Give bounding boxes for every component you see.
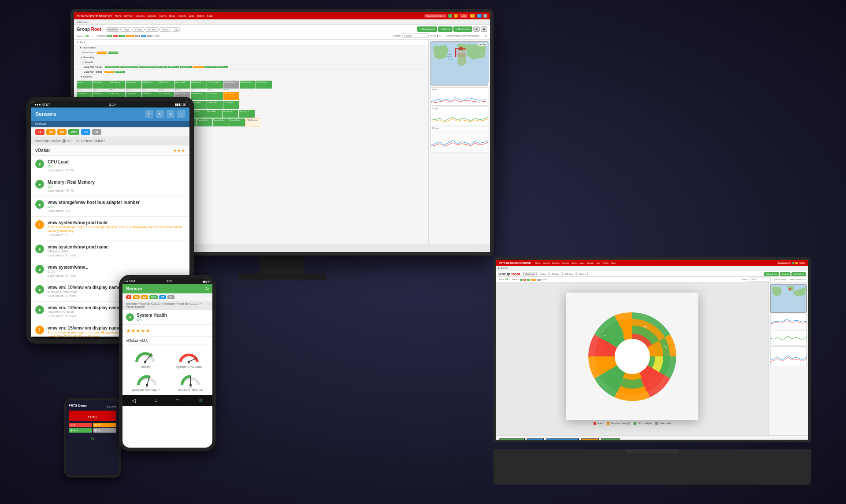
sc-memory[interactable]: Memory [77,81,93,89]
phone-refresh-icon[interactable]: ↻ [205,286,209,291]
laptop-search[interactable]: Search: [742,278,771,282]
l-nav-setup[interactable]: Setup [611,262,616,264]
ltab-overview[interactable]: Overview [523,272,537,276]
l-add-sensor-btn[interactable]: + Add Sensor [601,438,620,440]
nav-home[interactable]: Home [115,15,122,17]
tablet-search-icon[interactable]: 🔍 [145,110,153,118]
sc-r2-10[interactable]: STP Losers1... [223,92,239,100]
tablet-refresh-icon[interactable]: ↻ [156,110,164,118]
l-add-group-btn[interactable]: + Add Group [527,438,544,440]
management-button[interactable]: ✔ Management [417,26,437,32]
search-section[interactable]: Search: ○○○●○ [393,33,441,38]
search-input[interactable] [402,33,429,38]
ltab-alarms[interactable]: Alarms [576,272,588,276]
icon-btn-2[interactable]: ▦ [481,26,487,32]
tree-probe-device[interactable]: Probe Device 2 Sensors 5 Sensors [74,50,428,55]
sc-icmp6[interactable]: ICMP Emis1... [191,81,207,89]
tree-switches[interactable]: ▼ Switches [74,74,428,79]
tree-firewalls[interactable]: ▼ Firewalls [74,60,428,65]
l-nav-maps[interactable]: Maps [579,262,584,264]
nav-maps[interactable]: Maps [169,15,175,17]
tab-30days[interactable]: 30 days [132,27,145,32]
ltab-365days[interactable]: 365 days [562,272,575,276]
sc-r4-9[interactable]: DDI: Etherl... [223,110,238,118]
nav-setup[interactable]: Setup [207,15,213,17]
list-item-cpu[interactable]: ● CPU Load OK Last value: 12 % [31,156,189,176]
sc-r5-7[interactable]: Physical Disk... [213,119,229,126]
p-nav-menu[interactable]: □ [176,397,179,404]
l-notifications-btn[interactable]: Notifications [791,272,806,276]
l-add-discovery-btn[interactable]: + Add Auto-Discovery Group [546,438,579,440]
tree-local-probe[interactable]: ▼ □ Local probe [74,45,428,50]
sc-r5-6[interactable]: Physical Disk... [197,119,212,126]
l-nav-devices[interactable]: Devices [543,262,550,264]
p-nav-home[interactable]: ○ [154,397,157,404]
nav-devices[interactable]: Devices [124,15,133,17]
sc-r2-9[interactable]: UDP Detagm... [207,92,223,100]
sc-icmp2[interactable]: ICMP Messa... [126,81,141,89]
settings-button[interactable]: ✔ Settings [438,26,453,32]
nav-logs[interactable]: Logs [189,15,194,17]
l-nav-home[interactable]: Home [535,262,541,264]
list-item-storage[interactable]: ● vmw storage/vmw host bus adapter numbe… [31,196,189,217]
tablet-more-icon[interactable]: ⋮ [177,110,185,118]
icon-btn-1[interactable]: ▤ [473,26,480,32]
sc-r4-8[interactable]: DZT: SNMP [206,110,222,118]
l-nav-libraries[interactable]: Libraries [552,262,560,264]
nav-tickets[interactable]: Tickets [197,15,204,17]
tab-bar[interactable]: Overview 2 days 30 days 365 days Alarms … [106,27,180,32]
p-nav-back[interactable]: ◁ [132,397,136,404]
sc-r3-10[interactable]: DDC Gigant... [223,101,239,109]
nav-libraries[interactable]: Libraries [135,15,145,17]
l-add-device-btn[interactable]: + Add Device [581,438,599,440]
p-nav-pause[interactable]: ⏸ [198,397,203,404]
sc-tcp[interactable]: TCP Segment... [207,81,223,89]
tab-overview[interactable]: Overview [106,27,120,32]
notifications-button[interactable]: ◎ Notifications [453,26,472,32]
sc-icmp4[interactable]: ICMP Depth... [158,81,174,89]
prtg-nav[interactable]: Home Devices Libraries Sensors Alarms Ma… [115,15,213,17]
list-item-memory[interactable]: ● Memory: Real Memory OK Last value: 43 … [31,176,189,196]
l-settings-btn[interactable]: Settings [780,272,790,276]
laptop-tabs[interactable]: Overview 2 days 30 days 365 days Alarms [523,272,588,276]
laptop-toolbar-btns[interactable]: Management Settings Notifications [764,272,806,276]
sc-r3-9[interactable]: SNMP RHD... [207,101,223,109]
sc-r5-more[interactable]: CPU Percent... [245,119,261,126]
list-item-prod-build[interactable]: ! vmw system/vmw prod build 1 hour inter… [31,217,189,241]
tab-log[interactable]: Log [172,27,180,32]
laptop-search-input[interactable] [749,278,771,282]
list-item-prod-name[interactable]: ● vmw system/vmw prod name VMware ESXi L… [31,241,189,261]
tree-root[interactable]: ▼ Root [74,40,428,45]
nav-reports[interactable]: Reports [178,15,186,17]
nav-alarms[interactable]: Alarms [159,15,167,17]
tree-networking[interactable]: ▼ Networking [74,55,428,60]
sc-r5-8[interactable]: Physical Disk... [229,119,245,126]
tab-alarms[interactable]: Alarms [160,27,171,32]
toolbar-buttons[interactable]: ✔ Management ✔ Settings ◎ Notifications … [417,26,487,32]
phone-system-health[interactable]: ● System Health OK [122,310,212,325]
sp-refresh-icon[interactable]: ↻ [91,437,94,441]
sc-icmp1[interactable]: ICMP Messa... [109,81,125,89]
sc-snmp2[interactable]: SNMP Messa... [240,81,256,89]
phone-navbar[interactable]: ◁ ○ □ ⏸ [122,395,212,406]
tablet-header-icons[interactable]: 🔍 ↻ ⊙ ⋮ [145,110,185,118]
tab-2days[interactable]: 2 days [120,27,131,32]
l-nav-reports[interactable]: Reports [586,262,594,264]
laptop-nav[interactable]: Home Devices Libraries Sensors Alarms Ma… [535,262,616,264]
sc-gig1[interactable]: GEI Gigq T... [93,81,109,89]
sc-icmp3[interactable]: ICMP Depth... [142,81,158,89]
sc-icmp5[interactable]: ICMP Emis1... [174,81,190,89]
phone-header-icons[interactable]: ↻ [205,286,209,291]
l-nav-logs[interactable]: Logs [596,262,600,264]
sp-refresh[interactable]: ↻ [69,434,116,442]
sc-r4-10[interactable]: DAT: VPN D... [239,110,255,118]
l-nav-alarms[interactable]: Alarms [571,262,577,264]
nav-sensors[interactable]: Sensors [148,15,156,17]
tree-cisco-fo[interactable]: Cisco ASA Fo/Test 16 Sensors DDC ADSL... [74,70,428,74]
tablet-filter-icon[interactable]: ⊙ [167,110,174,118]
ltab-2days[interactable]: 2 days [538,272,549,276]
l-nav-tickets[interactable]: Tickets [602,262,609,264]
tab-365days[interactable]: 365 days [145,27,159,32]
tree-cisco-primary[interactable]: Cisco ASA Primary PING Ping ztter DDC WA… [74,65,428,70]
sc-udp[interactable]: UDF Detagm... [256,81,272,89]
